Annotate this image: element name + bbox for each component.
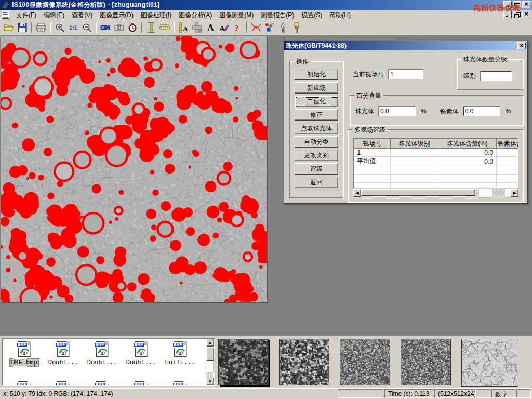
- thumbnail-4[interactable]: [401, 339, 451, 385]
- initialize-button[interactable]: 初始化: [295, 69, 338, 80]
- file-browser[interactable]: BMP DKF.bmp BMP Doubl...: [2, 338, 215, 386]
- actual-size-button[interactable]: 1:1: [66, 21, 80, 34]
- menu-image-display[interactable]: 图像显示(D): [96, 10, 137, 20]
- file-name[interactable]: Doubl...: [125, 359, 157, 366]
- file-name[interactable]: HuiTi...: [164, 359, 196, 366]
- grid-icon: [192, 22, 202, 33]
- menu-image-analysis[interactable]: 图像分析(A): [175, 10, 216, 20]
- pen-icon: [280, 22, 287, 33]
- arrow-left-icon: ◀: [355, 191, 358, 195]
- toolbar-separator: [31, 22, 32, 33]
- toolbar: 1:1: [0, 20, 532, 35]
- thumbnail-3[interactable]: [340, 339, 390, 385]
- menu-file[interactable]: 文件(F): [12, 10, 40, 20]
- caliper-measure-button[interactable]: [144, 21, 158, 34]
- auto-classify-button[interactable]: 自动分类: [295, 136, 338, 148]
- ruler-button[interactable]: [158, 21, 171, 34]
- menu-report[interactable]: 测量报告(P): [257, 10, 298, 20]
- caliper-icon: [147, 22, 156, 33]
- pick-pearlite-button[interactable]: 点取珠光体: [295, 123, 338, 134]
- file-name[interactable]: Doubl...: [86, 359, 118, 366]
- menu-edit[interactable]: 编辑(E): [40, 10, 68, 20]
- thumbnail-1[interactable]: [218, 339, 269, 385]
- save-button[interactable]: [16, 21, 29, 34]
- camera-icon: [114, 24, 124, 31]
- timer-button[interactable]: [126, 21, 139, 34]
- change-class-button[interactable]: 更改类别: [295, 150, 338, 161]
- scrollbar-thumb[interactable]: [206, 347, 214, 361]
- scroll-down-button[interactable]: ▼: [206, 378, 214, 385]
- svg-text:A: A: [183, 25, 188, 33]
- binarize-button[interactable]: 二值化: [295, 96, 338, 107]
- ferrite-percent-input[interactable]: [463, 106, 500, 116]
- file-item[interactable]: BMP Doubl...: [83, 341, 122, 366]
- file-item[interactable]: BMP HuiTi...: [161, 341, 200, 366]
- text-tool-button[interactable]: A: [204, 21, 217, 34]
- help-button[interactable]: ?: [231, 21, 244, 34]
- menu-bar: 文件(F) 编辑(E) 查看(V) 图像显示(D) 图像处理(I) 图像分析(A…: [0, 10, 532, 20]
- file-row: BMP DKF.bmp BMP Doubl...: [5, 341, 200, 366]
- document-icon[interactable]: [2, 11, 9, 19]
- file-item[interactable]: BMP DKF.bmp: [5, 341, 44, 366]
- rate-button[interactable]: 评级: [295, 163, 338, 175]
- scroll-right-button[interactable]: ▶: [511, 189, 518, 197]
- scroll-up-button[interactable]: ▲: [206, 339, 214, 347]
- correct-button[interactable]: 修正: [295, 109, 338, 121]
- classify-button[interactable]: 3: [263, 21, 276, 34]
- file-item[interactable]: BMP Doubl...: [44, 341, 83, 366]
- file-item[interactable]: BMP Doubl...: [122, 341, 161, 366]
- table-row[interactable]: 1 0.0: [354, 149, 519, 157]
- video-capture-button[interactable]: [99, 21, 112, 34]
- new-field-button[interactable]: 新视场: [295, 82, 338, 94]
- menu-image-process[interactable]: 图像处理(I): [137, 10, 175, 20]
- menu-view[interactable]: 查看(V): [68, 10, 96, 20]
- menu-settings[interactable]: 设置(S): [298, 10, 326, 20]
- table-row[interactable]: 平均值 0.0: [354, 157, 519, 166]
- help-icon: ?: [234, 23, 241, 32]
- grid-tool-button[interactable]: [190, 21, 204, 34]
- col-pearlite-content[interactable]: 珠光体含量(%): [438, 139, 497, 149]
- dialog-title-bar[interactable]: 珠光体(GB/T9441-88) ×: [284, 41, 527, 50]
- snapshot-button[interactable]: [112, 21, 126, 34]
- col-field-no[interactable]: 视场号: [354, 139, 391, 149]
- close-button[interactable]: [522, 1, 530, 8]
- arrow-up-icon: ▲: [208, 340, 212, 345]
- scrollbar-track[interactable]: [361, 189, 511, 197]
- file-vertical-scrollbar[interactable]: ▲ ▼: [206, 339, 215, 385]
- curve-tool-button[interactable]: [249, 21, 263, 34]
- actual-size-icon: 1:1: [69, 24, 77, 32]
- measure-text-button[interactable]: A: [177, 21, 190, 34]
- rating-table[interactable]: 视场号 珠光体级别 珠光体含量(%) 铁素体含量(%) 1 0.0: [353, 138, 518, 188]
- table-row: [354, 166, 519, 175]
- return-button[interactable]: 返回: [295, 177, 338, 188]
- current-field-input[interactable]: [388, 69, 423, 79]
- zoom-in-button[interactable]: [53, 21, 66, 34]
- file-name[interactable]: Doubl...: [47, 359, 79, 366]
- status-pane-empty: [477, 389, 490, 398]
- bmp-file-icon: BMP: [134, 341, 149, 358]
- menu-image-measure[interactable]: 图像测量(M): [216, 10, 257, 20]
- print-button[interactable]: [34, 21, 48, 34]
- scroll-left-button[interactable]: ◀: [353, 189, 361, 197]
- metallograph-image[interactable]: [1, 36, 267, 302]
- table-horizontal-scrollbar[interactable]: ◀ ▶: [353, 189, 518, 197]
- brush-tool-button[interactable]: [290, 21, 303, 34]
- file-name[interactable]: DKF.bmp: [10, 359, 38, 366]
- arrow-right-icon: ▶: [513, 191, 516, 195]
- menu-help[interactable]: 帮助(H): [326, 10, 354, 20]
- child-close-button[interactable]: [522, 11, 530, 18]
- thumbnail-5[interactable]: [461, 339, 518, 387]
- close-icon: ×: [520, 42, 523, 49]
- scrollbar-thumb[interactable]: [361, 189, 475, 196]
- pen-tool-button[interactable]: [276, 21, 290, 34]
- open-button[interactable]: [2, 21, 16, 34]
- thumbnail-2[interactable]: [279, 339, 329, 385]
- col-ferrite-content[interactable]: 铁素体含量(%): [497, 139, 519, 149]
- zoom-out-button[interactable]: [80, 21, 94, 34]
- dialog-close-button[interactable]: ×: [517, 42, 526, 49]
- status-time: Time (s): 0.113: [384, 389, 433, 398]
- pearlite-percent-input[interactable]: [378, 106, 416, 116]
- col-pearlite-grade[interactable]: 珠光体级别: [391, 139, 438, 149]
- grade-input[interactable]: [480, 71, 512, 81]
- annotate-button[interactable]: A: [217, 21, 231, 34]
